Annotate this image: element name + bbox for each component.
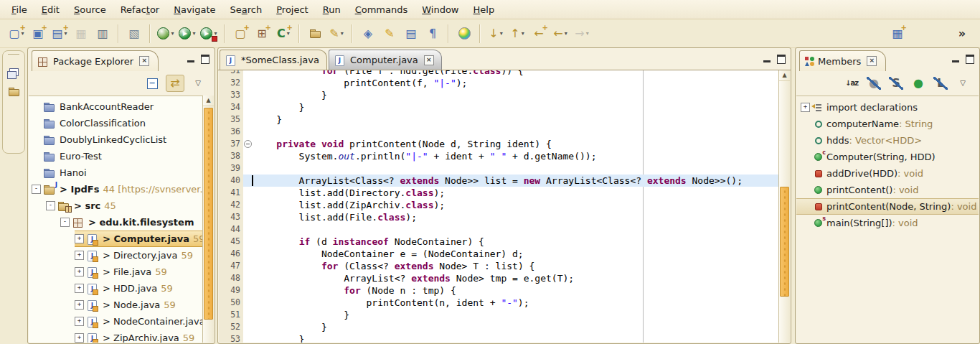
link-with-editor-button[interactable]: ⇄: [166, 75, 184, 92]
expand-icon[interactable]: +: [75, 267, 84, 276]
collapse-all-button[interactable]: −: [143, 75, 161, 91]
tree-item-src[interactable]: -> src45: [46, 197, 202, 214]
dropdown-arrow-icon[interactable]: ▾: [341, 30, 344, 37]
menu-search[interactable]: Search: [223, 2, 270, 17]
dropdown-arrow-icon[interactable]: ▾: [586, 30, 589, 37]
expand-icon[interactable]: +: [75, 234, 84, 243]
editor-tab--someclass-java[interactable]: *SomeClass.java: [220, 50, 327, 70]
minimize-button[interactable]: [763, 57, 771, 62]
member-hdds[interactable]: hdds : Vector<HDD>: [796, 132, 979, 149]
menu-edit[interactable]: Edit: [34, 2, 67, 17]
hide-fields-button[interactable]: ●: [865, 75, 882, 91]
tree-item-hanoi[interactable]: Hanoi: [32, 164, 202, 181]
editor-scrollbar[interactable]: ▲: [778, 70, 790, 343]
code-line-31[interactable]: 31 for (File f : hdd.get(File.class)) {: [219, 70, 778, 77]
show-source-button[interactable]: ▤: [401, 24, 421, 43]
member-printcontent-node-string-[interactable]: printContent(Node, String) : void: [796, 198, 979, 215]
new-editor-button[interactable]: ▤+▾: [50, 24, 70, 43]
code-line-34[interactable]: 34 }: [219, 101, 778, 113]
tree-item-ziparchiv-java[interactable]: +> ZipArchiv.java59: [75, 330, 202, 343]
code-line-52[interactable]: 52 }: [219, 321, 778, 333]
editor-tab-computer-java[interactable]: Computer.java×: [329, 50, 442, 70]
expand-icon[interactable]: +: [75, 317, 84, 326]
package-explorer-tab[interactable]: Package Explorer ×: [32, 50, 159, 71]
tree-item-hdd-java[interactable]: +> HDD.java59: [75, 280, 202, 297]
new-file-button[interactable]: ▣+: [28, 24, 48, 43]
code-line-43[interactable]: 43 list.add(File.class);: [219, 211, 778, 223]
member-import-declarations[interactable]: +import declarations: [796, 99, 979, 116]
tree-item-bankaccountreader[interactable]: BankAccountReader: [32, 98, 202, 115]
member-computername[interactable]: computerName : String: [796, 116, 979, 132]
tree-item-directory-java[interactable]: +> Directory.java59: [75, 247, 202, 264]
restore-windows-button[interactable]: [6, 64, 22, 80]
code-line-41[interactable]: 41 list.add(Directory.class);: [219, 187, 778, 199]
collapse-icon[interactable]: -: [46, 201, 55, 210]
code-line-53[interactable]: 53 }: [219, 333, 778, 343]
menu-file[interactable]: File: [4, 2, 34, 17]
tree-item-file-java[interactable]: +> File.java59: [75, 264, 202, 280]
mark-occurrences-button[interactable]: ◈: [358, 24, 378, 43]
collapse-fold-icon[interactable]: [244, 140, 252, 148]
dock-grip[interactable]: [8, 54, 19, 57]
dropdown-arrow-icon[interactable]: ▾: [171, 30, 174, 37]
toolbar-overflow-button[interactable]: »: [952, 24, 972, 43]
members-tab[interactable]: Members ×: [799, 50, 886, 71]
tree-item-nodecontainer-java[interactable]: +> NodeContainer.java: [75, 313, 202, 330]
print-button[interactable]: ▥: [93, 24, 113, 43]
open-java-perspective-button[interactable]: [6, 84, 22, 100]
menu-project[interactable]: Project: [269, 2, 316, 17]
code-editor[interactable]: 31 for (File f : hdd.get(File.class)) {3…: [219, 70, 778, 343]
scroll-up-icon[interactable]: ▲: [203, 96, 214, 106]
highlighter-button[interactable]: ✎: [380, 24, 400, 43]
tree-item-colorclassification[interactable]: ColorClassification: [32, 115, 202, 131]
open-perspective-button[interactable]: ▦+: [887, 24, 908, 43]
dropdown-arrow-icon[interactable]: ▾: [522, 30, 524, 37]
view-menu-button[interactable]: ▽: [189, 75, 207, 91]
code-line-39[interactable]: 39: [219, 162, 778, 175]
tree-item-euro-test[interactable]: Euro-Test: [32, 148, 202, 164]
menu-help[interactable]: Help: [466, 2, 502, 17]
code-line-35[interactable]: 35 }: [219, 113, 778, 126]
hide-static-button[interactable]: S: [887, 75, 905, 91]
minimize-button[interactable]: [187, 57, 194, 62]
maximize-button[interactable]: [777, 55, 786, 64]
minimize-button[interactable]: [952, 57, 959, 62]
dropdown-arrow-icon[interactable]: ▾: [192, 30, 195, 37]
tree-item-edu-kit-filesystem[interactable]: -> edu.kit.filesystem: [60, 214, 202, 231]
show-whitespace-button[interactable]: ¶: [423, 24, 443, 43]
code-line-49[interactable]: 49 for (Node n : tmp) {: [219, 284, 778, 297]
run-external-button[interactable]: ▶▾: [199, 24, 219, 43]
member-main-string-[interactable]: smain(String[]) : void: [796, 215, 979, 231]
debug-button[interactable]: ▾: [156, 24, 176, 43]
next-annotation-button[interactable]: ↓▾: [486, 24, 506, 43]
collapse-icon[interactable]: -: [60, 218, 70, 227]
dropdown-arrow-icon[interactable]: ▾: [500, 30, 503, 37]
code-line-47[interactable]: 47 for (Class<? extends Node> T : list) …: [219, 260, 778, 272]
maximize-button[interactable]: [966, 55, 974, 64]
menu-navigate[interactable]: Navigate: [166, 2, 222, 17]
code-line-46[interactable]: 46 NodeContainer e = (NodeContainer) d;: [219, 248, 778, 260]
sort-button[interactable]: ↓az: [843, 75, 860, 91]
code-line-40[interactable]: 40 ArrayList<Class<? extends Node>> list…: [219, 175, 778, 187]
menu-source[interactable]: Source: [67, 2, 113, 17]
close-icon[interactable]: ×: [867, 56, 877, 66]
menu-refactor[interactable]: Refactor: [113, 2, 167, 17]
code-line-42[interactable]: 42 list.add(ZipArchiv.class);: [219, 199, 778, 211]
run-button[interactable]: ▶▾: [177, 24, 197, 43]
code-line-33[interactable]: 33 }: [219, 89, 778, 101]
code-line-51[interactable]: 51 }: [219, 309, 778, 321]
new-package-button[interactable]: ⊞+: [252, 24, 272, 43]
close-icon[interactable]: ×: [424, 55, 434, 65]
code-line-45[interactable]: 45 if (d instanceof NodeContainer) {: [219, 236, 778, 248]
code-line-36[interactable]: 36: [219, 126, 778, 138]
last-edit-location-button[interactable]: ←+: [529, 24, 549, 43]
expand-icon[interactable]: +: [801, 103, 810, 112]
code-line-50[interactable]: 50 printContent(n, ident + "-");: [219, 297, 778, 309]
tree-item-doublylinkedcycliclist[interactable]: DoublyLinkedCyclicList: [32, 131, 202, 148]
expand-icon[interactable]: +: [75, 251, 84, 260]
maximize-button[interactable]: [201, 55, 209, 64]
close-icon[interactable]: ×: [139, 56, 149, 66]
code-line-48[interactable]: 48 ArrayList<? extends Node> tmp = e.get…: [219, 272, 778, 284]
scrollbar-thumb[interactable]: [204, 108, 213, 319]
member-printcontent-[interactable]: printContent() : void: [796, 182, 979, 198]
